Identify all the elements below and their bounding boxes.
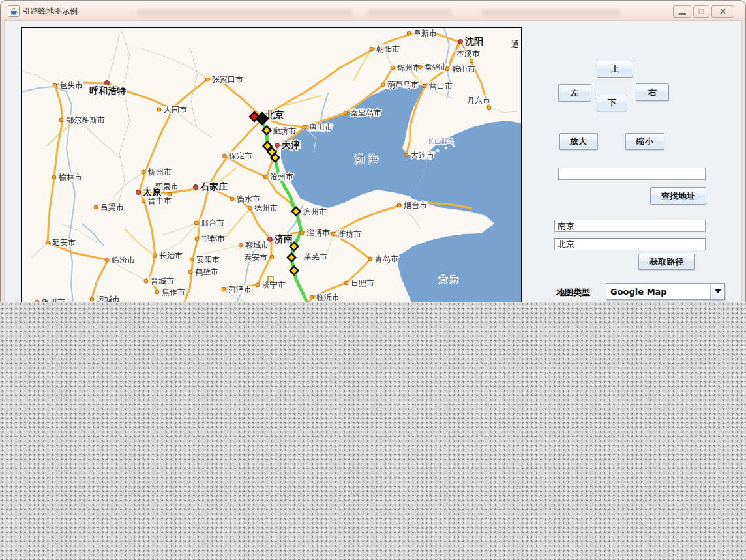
svg-text:鞍山市: 鞍山市 bbox=[452, 65, 475, 74]
route-end-input[interactable] bbox=[554, 238, 706, 250]
svg-text:渤海: 渤海 bbox=[355, 153, 382, 165]
svg-text:运城市: 运城市 bbox=[97, 295, 120, 302]
svg-text:唐山市: 唐山市 bbox=[309, 123, 333, 132]
svg-text:临汾市: 临汾市 bbox=[112, 256, 135, 265]
svg-text:沈阳: 沈阳 bbox=[464, 36, 483, 46]
svg-text:长治市: 长治市 bbox=[159, 251, 183, 260]
svg-text:邢台市: 邢台市 bbox=[201, 218, 224, 228]
map-canvas[interactable]: 渤海黄海长山群岛包头市呼和浩特大同市鄂尔多斯市张家口市北京廊坊市唐山市秦皇岛市阜… bbox=[21, 27, 522, 302]
svg-text:聊城市: 聊城市 bbox=[245, 241, 269, 250]
svg-text:锦州市: 锦州市 bbox=[396, 63, 421, 72]
svg-text:济南: 济南 bbox=[274, 233, 293, 244]
svg-text:青岛市: 青岛市 bbox=[375, 254, 398, 263]
svg-text:潍坊市: 潍坊市 bbox=[338, 229, 361, 239]
svg-text:焦作市: 焦作市 bbox=[161, 287, 185, 297]
combobox-dropdown-button[interactable] bbox=[710, 284, 724, 299]
svg-text:泰安市: 泰安市 bbox=[244, 253, 267, 262]
svg-text:淄博市: 淄博市 bbox=[306, 228, 330, 237]
svg-text:本溪市: 本溪市 bbox=[456, 49, 480, 58]
svg-text:吕梁市: 吕梁市 bbox=[100, 203, 124, 212]
window-title: 引路蜂地图示例 bbox=[23, 6, 78, 17]
svg-text:忻州市: 忻州市 bbox=[147, 168, 172, 177]
pan-up-button[interactable]: 上 bbox=[597, 61, 633, 78]
svg-text:临沂市: 临沂市 bbox=[316, 293, 340, 302]
get-route-button[interactable]: 获取路径 bbox=[638, 254, 695, 270]
svg-text:日照市: 日照市 bbox=[351, 278, 374, 287]
svg-text:银川市: 银川市 bbox=[41, 297, 65, 302]
title-ghost-text bbox=[481, 9, 621, 16]
svg-text:保定市: 保定市 bbox=[229, 151, 252, 160]
svg-text:晋中市: 晋中市 bbox=[148, 196, 172, 205]
svg-text:沧州市: 沧州市 bbox=[269, 172, 293, 181]
svg-text:衡水市: 衡水市 bbox=[237, 194, 260, 203]
svg-text:济宁市: 济宁市 bbox=[262, 280, 286, 289]
svg-text:石家庄: 石家庄 bbox=[200, 181, 228, 192]
svg-text:邯郸市: 邯郸市 bbox=[201, 234, 225, 243]
svg-text:朝阳市: 朝阳市 bbox=[376, 44, 400, 53]
svg-text:滨州市: 滨州市 bbox=[303, 207, 327, 216]
svg-text:鄂尔多斯市: 鄂尔多斯市 bbox=[66, 115, 105, 125]
close-icon: ✕ bbox=[719, 7, 726, 16]
svg-text:阜新市: 阜新市 bbox=[413, 29, 437, 38]
maximize-icon bbox=[698, 9, 704, 14]
map-type-combobox[interactable]: Google Map bbox=[606, 283, 725, 300]
svg-text:包头市: 包头市 bbox=[59, 81, 83, 90]
svg-text:长山群岛: 长山群岛 bbox=[428, 138, 454, 145]
svg-text:天津: 天津 bbox=[281, 140, 301, 150]
unrendered-area bbox=[0, 302, 746, 560]
zoom-out-button[interactable]: 缩小 bbox=[625, 133, 664, 150]
zoom-in-button[interactable]: 放大 bbox=[559, 133, 598, 150]
svg-text:丹东市: 丹东市 bbox=[467, 96, 490, 105]
svg-text:廊坊市: 廊坊市 bbox=[273, 126, 296, 136]
svg-text:黄海: 黄海 bbox=[439, 274, 461, 284]
chevron-down-icon bbox=[715, 289, 721, 293]
window-titlebar[interactable]: 引路蜂地图示例 ✕ bbox=[1, 1, 745, 20]
svg-text:秦皇岛市: 秦皇岛市 bbox=[350, 108, 381, 117]
svg-text:莱芜市: 莱芜市 bbox=[304, 252, 327, 261]
maximize-button[interactable] bbox=[693, 5, 709, 18]
svg-text:营口市: 营口市 bbox=[429, 81, 453, 91]
svg-text:烟台市: 烟台市 bbox=[404, 201, 427, 210]
svg-text:菏泽市: 菏泽市 bbox=[228, 285, 252, 294]
minimize-icon bbox=[679, 13, 686, 15]
svg-text:呼和浩特: 呼和浩特 bbox=[89, 85, 126, 96]
java-app-icon bbox=[8, 5, 20, 17]
pan-left-button[interactable]: 左 bbox=[558, 84, 591, 102]
minimize-button[interactable] bbox=[673, 5, 691, 18]
svg-text:大同市: 大同市 bbox=[164, 105, 187, 114]
title-ghost-text bbox=[368, 9, 451, 16]
svg-text:鹤壁市: 鹤壁市 bbox=[195, 267, 218, 276]
map-type-selected-value: Google Map bbox=[606, 284, 710, 299]
pan-down-button[interactable]: 下 bbox=[597, 95, 627, 111]
route-start-input[interactable] bbox=[554, 220, 706, 232]
svg-text:通: 通 bbox=[511, 40, 519, 49]
svg-text:盘锦市: 盘锦市 bbox=[425, 63, 448, 72]
map-type-label: 地图类型 bbox=[556, 287, 590, 299]
find-address-button[interactable]: 查找地址 bbox=[650, 187, 706, 205]
svg-text:德州市: 德州市 bbox=[254, 203, 278, 213]
screenshot-stage: 引路蜂地图示例 ✕ 渤海黄海长山群岛包头市呼和浩特大同市鄂尔多斯市张家口市北京廊… bbox=[0, 0, 746, 560]
title-ghost-text bbox=[137, 9, 352, 16]
svg-text:榆林市: 榆林市 bbox=[59, 173, 82, 182]
pan-right-button[interactable]: 右 bbox=[636, 83, 669, 101]
svg-text:安阳市: 安阳市 bbox=[196, 255, 220, 264]
close-button[interactable]: ✕ bbox=[711, 5, 734, 18]
svg-text:延安市: 延安市 bbox=[52, 238, 76, 247]
svg-text:晋城市: 晋城市 bbox=[151, 276, 174, 286]
svg-text:葫芦岛市: 葫芦岛市 bbox=[387, 80, 419, 89]
svg-text:张家口市: 张家口市 bbox=[212, 75, 243, 84]
svg-text:大连市: 大连市 bbox=[411, 151, 434, 160]
address-search-input[interactable] bbox=[558, 168, 706, 180]
